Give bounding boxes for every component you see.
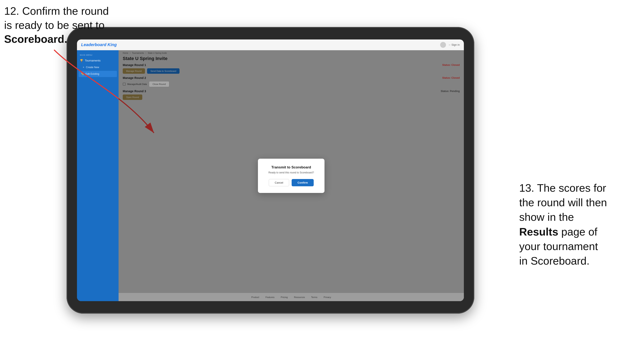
modal-cancel-button[interactable]: Cancel <box>269 179 289 186</box>
annotation-top: 12. Confirm the round is ready to be sen… <box>4 4 109 46</box>
sidebar-item-create-new[interactable]: + Create New <box>77 64 118 70</box>
sidebar-create-new-label: Create New <box>86 66 99 69</box>
sign-in-button[interactable]: → Sign in <box>448 43 460 46</box>
annotation-right-line1: 13. The scores for <box>519 182 606 194</box>
content-area: Home > Tournaments > State U Spring Invi… <box>118 50 464 301</box>
annotation-line1: 12. Confirm the round <box>4 5 109 17</box>
tablet-screen: Leaderboard King → Sign in MAIN MENU 🏆 T… <box>77 39 464 301</box>
sidebar-edit-existing-label: Edit Existing <box>86 72 99 75</box>
sidebar-tournaments-label: Tournaments <box>85 59 100 62</box>
sidebar-main-menu-label: MAIN MENU <box>77 52 118 57</box>
sidebar-item-edit-existing[interactable]: ✏️ Edit Existing <box>79 71 117 77</box>
annotation-line2: is ready to be sent to <box>4 19 105 31</box>
plus-icon: + <box>83 66 84 69</box>
edit-icon: ✏️ <box>81 72 84 75</box>
modal-confirm-button[interactable]: Confirm <box>292 179 314 186</box>
annotation-right-line2: the round will then <box>519 196 607 208</box>
annotation-right: 13. The scores for the round will then s… <box>519 181 640 268</box>
annotation-right-line6: in Scoreboard. <box>519 255 590 267</box>
modal-subtitle: Ready to send this round to Scoreboard? <box>266 171 317 174</box>
user-avatar <box>440 42 446 48</box>
modal-overlay: Transmit to Scoreboard Ready to send thi… <box>118 50 464 301</box>
annotation-right-line4-rest: page of <box>558 226 598 238</box>
top-bar: Leaderboard King → Sign in <box>77 39 464 50</box>
tablet-frame: Leaderboard King → Sign in MAIN MENU 🏆 T… <box>66 27 474 314</box>
annotation-right-line3: show in the <box>519 211 574 223</box>
annotation-line3: Scoreboard. <box>4 33 67 45</box>
transmit-modal: Transmit to Scoreboard Ready to send thi… <box>258 159 324 193</box>
main-area: MAIN MENU 🏆 Tournaments + Create New ✏️ … <box>77 50 464 301</box>
modal-title: Transmit to Scoreboard <box>266 165 317 170</box>
top-bar-right: → Sign in <box>440 42 460 48</box>
trophy-icon: 🏆 <box>80 59 83 62</box>
sidebar-item-tournaments[interactable]: 🏆 Tournaments <box>77 57 118 64</box>
sidebar: MAIN MENU 🏆 Tournaments + Create New ✏️ … <box>77 50 118 301</box>
modal-buttons: Cancel Confirm <box>266 179 317 186</box>
annotation-right-line5: your tournament <box>519 240 598 252</box>
annotation-right-results: Results <box>519 226 558 238</box>
